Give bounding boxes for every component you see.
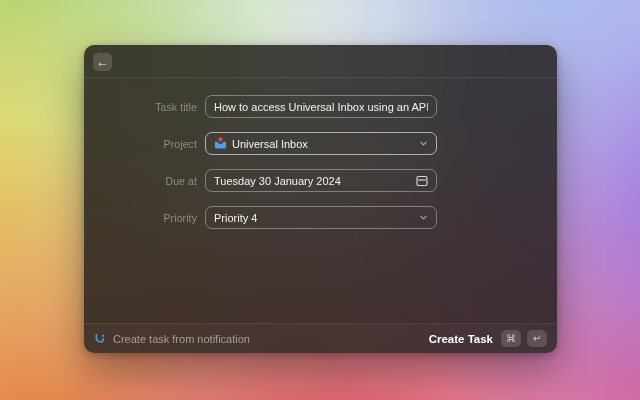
footer-actions: Create Task ⌘ ↵	[429, 330, 547, 347]
priority-select-value: Priority 4	[214, 212, 414, 224]
due-date-value: Tuesday 30 January 2024	[214, 175, 411, 187]
task-title-label: Task title	[84, 101, 197, 113]
task-form: Task title Project Universal Inbox Due a…	[84, 78, 557, 243]
footer-hint-text: Create task from notification	[113, 333, 250, 345]
command-key-icon: ⌘	[501, 330, 521, 347]
chevron-down-icon	[419, 213, 428, 222]
due-at-label: Due at	[84, 175, 197, 187]
form-row-priority: Priority Priority 4	[84, 206, 557, 229]
inbox-icon	[214, 137, 227, 150]
form-row-project: Project Universal Inbox	[84, 132, 557, 155]
form-row-task-title: Task title	[84, 95, 557, 118]
calendar-icon[interactable]	[416, 175, 428, 187]
universal-inbox-logo-icon	[94, 333, 105, 344]
form-row-due-at: Due at Tuesday 30 January 2024	[84, 169, 557, 192]
due-date-field[interactable]: Tuesday 30 January 2024	[205, 169, 437, 192]
project-select-value: Universal Inbox	[232, 138, 414, 150]
project-label: Project	[84, 138, 197, 150]
create-task-dialog: ← Task title Project Universal Inbox Due…	[84, 45, 557, 353]
dialog-footer: Create task from notification Create Tas…	[84, 323, 557, 353]
task-title-input[interactable]	[205, 95, 437, 118]
priority-select[interactable]: Priority 4	[205, 206, 437, 229]
back-arrow-icon: ←	[97, 56, 109, 68]
project-select[interactable]: Universal Inbox	[205, 132, 437, 155]
chevron-down-icon	[419, 139, 428, 148]
priority-label: Priority	[84, 212, 197, 224]
create-task-button[interactable]: Create Task	[429, 333, 493, 345]
back-button[interactable]: ←	[93, 53, 112, 71]
dialog-header: ←	[84, 45, 557, 78]
return-key-icon: ↵	[527, 330, 547, 347]
